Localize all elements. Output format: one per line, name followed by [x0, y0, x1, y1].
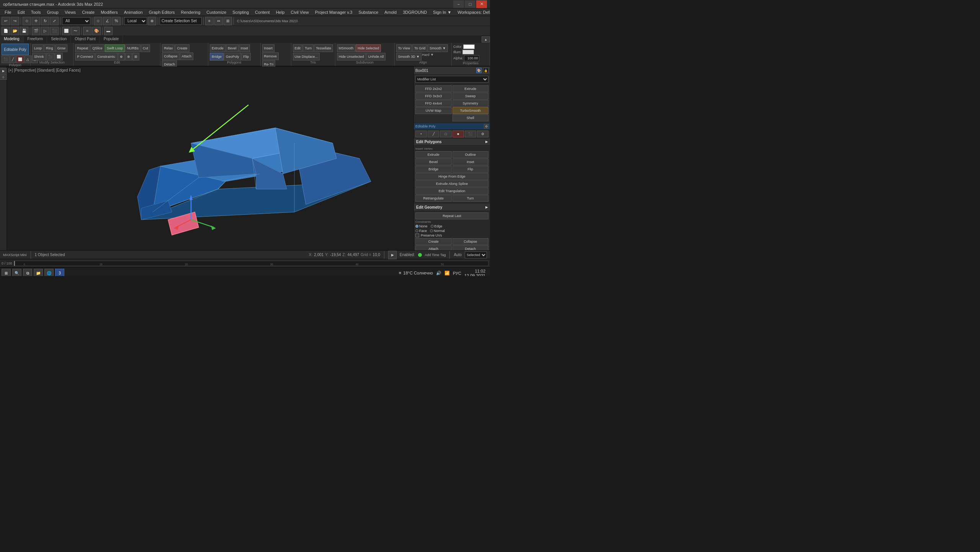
alpha-input[interactable]: [464, 55, 479, 61]
illum-swatch[interactable]: [462, 50, 474, 54]
edge-mode-btn[interactable]: ╱: [428, 131, 439, 137]
auto-key-btn[interactable]: Auto: [454, 253, 462, 257]
render-setup[interactable]: 🎬: [32, 27, 40, 35]
key-filter-select[interactable]: Selected All: [465, 252, 487, 258]
constraint-icon3[interactable]: ⊞: [132, 53, 139, 60]
poly-mode-2[interactable]: ╱: [10, 56, 16, 63]
bridge-btn[interactable]: Bridge: [210, 53, 224, 60]
constraint-icon1[interactable]: ⊕: [118, 53, 125, 60]
msmooth-subdiv-btn[interactable]: MSmooth: [337, 44, 356, 52]
bevel-panel-btn[interactable]: Bevel: [415, 158, 452, 165]
browser-btn[interactable]: 🌐: [44, 269, 54, 276]
border-mode-btn[interactable]: □: [440, 131, 451, 137]
collapse-geom-btn[interactable]: Collapse: [452, 238, 489, 245]
attach-btn[interactable]: Attach: [180, 52, 194, 60]
menu-graph-editors[interactable]: Graph Editors: [146, 9, 178, 15]
turn-panel-btn[interactable]: Turn: [452, 195, 489, 202]
color-clipboard[interactable]: 🎨: [92, 27, 101, 35]
poly-mode-3[interactable]: ⬜: [16, 56, 24, 63]
use-displacement-btn[interactable]: Use Displace...: [293, 53, 320, 60]
tab-freeform[interactable]: Freeform: [24, 36, 47, 43]
add-time-tag-btn[interactable]: Add Time Tag: [425, 253, 446, 257]
viewport[interactable]: [+] [Perspective] [Standard] [Edged Face…: [7, 67, 413, 250]
rotate-btn[interactable]: ↻: [41, 17, 49, 25]
menu-civil-view[interactable]: Civil View: [287, 9, 312, 15]
toggle-ribbon[interactable]: ▬: [104, 27, 113, 35]
pconnect-btn[interactable]: P Connect: [75, 53, 95, 60]
angle-snap[interactable]: ∠: [103, 17, 111, 25]
mod-sel-less[interactable]: ⬜: [55, 53, 63, 60]
edit-geometry-header[interactable]: Edit Geometry ▶: [414, 204, 490, 211]
edit-tris-btn[interactable]: Edit: [293, 44, 303, 52]
hide-unselected-btn[interactable]: Hide Unselected: [337, 53, 366, 60]
insert-btn[interactable]: Insert: [262, 44, 275, 52]
constraints-btn[interactable]: Constraints:: [95, 53, 118, 60]
preserve-uvs-row[interactable]: Preserve UVs: [415, 234, 488, 237]
pivot-btn[interactable]: ⊕: [148, 17, 156, 25]
material-editor[interactable]: ⬜: [62, 27, 70, 35]
outline-panel-btn[interactable]: Outline: [452, 151, 489, 158]
undo-btn[interactable]: ↩: [2, 17, 10, 25]
retri-panel-btn[interactable]: Retriangulate: [415, 195, 452, 202]
menu-tools[interactable]: Tools: [28, 9, 44, 15]
menu-substance[interactable]: Substance: [355, 9, 381, 15]
percent-snap[interactable]: %: [112, 17, 121, 25]
repeat-btn[interactable]: Repeat: [75, 44, 90, 52]
app-3-btn[interactable]: 3: [55, 269, 64, 276]
radio-face[interactable]: Face: [415, 229, 427, 233]
menu-animation[interactable]: Animation: [121, 9, 146, 15]
select-btn[interactable]: ⊹: [23, 17, 31, 25]
loop-btn[interactable]: Loop: [32, 44, 44, 52]
menu-workspaces[interactable]: Workspaces: Default: [454, 9, 490, 15]
left-tool-2[interactable]: ⊹: [0, 74, 8, 80]
menu-help[interactable]: Help: [273, 9, 288, 15]
flip-panel-btn[interactable]: Flip: [452, 166, 489, 173]
element-mode-btn[interactable]: ⬛: [465, 131, 476, 137]
relax-btn[interactable]: Relax: [162, 44, 175, 52]
menu-group[interactable]: Group: [44, 9, 62, 15]
inset-btn[interactable]: Inset: [239, 44, 250, 52]
ribbon-collapse-btn[interactable]: ▲: [482, 36, 490, 42]
hide-selected-subdiv-btn[interactable]: Hide Selected: [356, 44, 381, 52]
smooth-align-btn[interactable]: Smooth ▼: [428, 44, 448, 52]
ffd-22-btn[interactable]: FFD 2x2x2 Extrude: [415, 85, 488, 92]
shrink-btn[interactable]: Shrink: [32, 53, 46, 60]
attach-geom-btn[interactable]: Attach: [415, 245, 452, 250]
curve-editor[interactable]: 〜: [71, 27, 80, 35]
poly-mode-1[interactable]: ⬛: [2, 56, 10, 63]
poly-mode-4[interactable]: △: [24, 56, 31, 63]
radio-none[interactable]: None: [415, 224, 428, 228]
qslice-btn[interactable]: QSlice: [90, 44, 105, 52]
tab-selection[interactable]: Selection: [47, 36, 71, 43]
menu-customize[interactable]: Customize: [203, 9, 229, 15]
unhide-all-btn[interactable]: Unhide All: [366, 53, 386, 60]
menu-edit[interactable]: Edit: [15, 9, 28, 15]
repeat-last-btn[interactable]: Repeat Last: [415, 212, 488, 219]
lock-btn[interactable]: 🔒: [483, 68, 488, 73]
mirror-btn[interactable]: ⇔: [214, 17, 223, 25]
subobj-settings-btn[interactable]: ⚙: [477, 131, 488, 137]
detach-geom-btn[interactable]: Detach: [452, 245, 489, 250]
remove-loop-btn[interactable]: Remove: [262, 52, 279, 60]
extrude-along-spline-btn[interactable]: Extrude Along Spline: [415, 180, 488, 187]
edit-triangulation-btn[interactable]: Edit Triangulation: [415, 188, 488, 194]
play-btn[interactable]: ▶: [388, 251, 397, 259]
quick-render[interactable]: ⬛: [50, 27, 59, 35]
render-btn[interactable]: ▷: [41, 27, 49, 35]
object-color-btn[interactable]: 🎨: [476, 68, 482, 73]
nurbs-btn[interactable]: NURBs: [125, 44, 140, 52]
edit-polygons-header[interactable]: Edit Polygons ▶: [414, 139, 490, 145]
redo-btn[interactable]: ↪: [11, 17, 19, 25]
radio-edge[interactable]: Edge: [431, 224, 443, 228]
selection-set-input[interactable]: [160, 17, 202, 25]
to-grid-btn[interactable]: To Grid: [412, 44, 427, 52]
modifier-list-select[interactable]: Modifier List: [415, 76, 488, 83]
bevel-btn[interactable]: Bevel: [226, 44, 238, 52]
tab-populate[interactable]: Populate: [100, 36, 123, 43]
save-scene[interactable]: 💾: [20, 27, 28, 35]
close-button[interactable]: ✕: [476, 0, 487, 8]
scale-btn[interactable]: ⤢: [50, 17, 59, 25]
menu-3dground[interactable]: 3DGROUND: [400, 9, 430, 15]
mod-sel-more[interactable]: ⬛: [46, 53, 54, 60]
move-btn[interactable]: ✛: [32, 17, 40, 25]
